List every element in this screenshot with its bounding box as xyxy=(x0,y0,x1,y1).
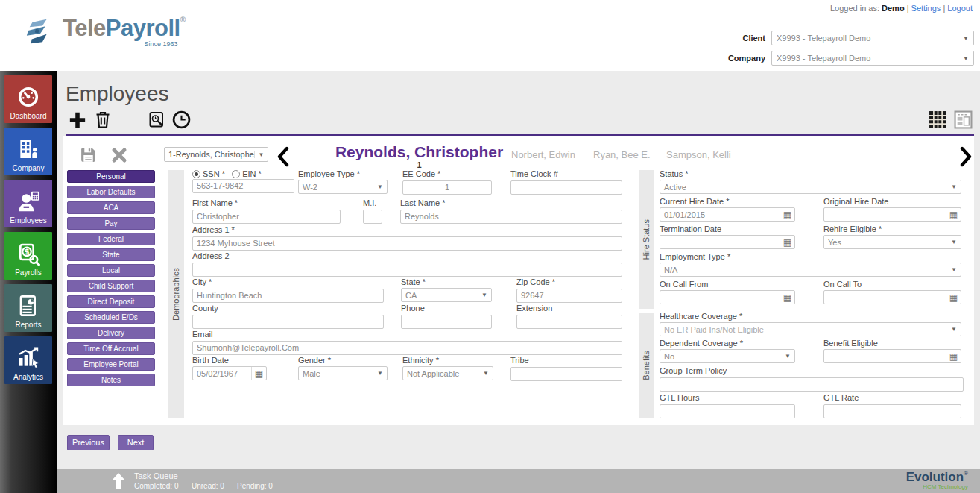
zip-code-field: Zip Code * xyxy=(516,277,622,303)
calendar-icon[interactable]: ▦ xyxy=(251,367,266,380)
tab-personal[interactable]: Personal xyxy=(67,170,155,183)
history-clock-button[interactable] xyxy=(172,110,191,132)
next-button[interactable]: Next xyxy=(118,435,154,450)
cancel-button[interactable] xyxy=(111,147,127,166)
employment-type-select[interactable]: N/A▼ xyxy=(660,263,961,277)
calendar-icon[interactable]: ▦ xyxy=(780,236,794,248)
save-button[interactable] xyxy=(79,145,98,167)
benefit-eligible-field: Benefit Eligible ▦ xyxy=(823,339,961,363)
phone-input[interactable] xyxy=(401,315,492,329)
tab-direct-deposit[interactable]: Direct Deposit xyxy=(67,295,155,308)
tab-delivery[interactable]: Delivery xyxy=(67,327,155,339)
zip-code-input[interactable] xyxy=(516,289,622,303)
task-queue-title[interactable]: Task Queue xyxy=(134,471,178,480)
ee-code-input[interactable] xyxy=(402,180,492,195)
state-select[interactable]: CA▼ xyxy=(401,288,492,302)
task-queue-expand-arrow[interactable] xyxy=(110,472,127,493)
ssn-radio[interactable] xyxy=(192,170,200,178)
client-select[interactable]: X9993 - Telepayroll Demo ▼ xyxy=(771,31,974,45)
field-label: Ethnicity * xyxy=(402,356,493,365)
gtl-rate-input[interactable] xyxy=(823,404,961,418)
separator: | xyxy=(907,4,909,13)
employee-record-select[interactable]: 1-Reynolds, Christopher ▼ xyxy=(164,147,268,162)
birth-date-input[interactable] xyxy=(193,367,251,380)
dependent-coverage-select[interactable]: No▼ xyxy=(660,349,795,363)
calendar-icon[interactable]: ▦ xyxy=(946,350,961,362)
chevron-down-icon: ▼ xyxy=(481,292,487,298)
sidebar-item-employees[interactable]: Employees xyxy=(4,180,52,227)
next-employee-chevron[interactable] xyxy=(960,146,973,170)
tab-federal[interactable]: Federal xyxy=(67,233,155,245)
original-hire-date-input[interactable] xyxy=(824,208,946,221)
add-employee-button[interactable] xyxy=(69,111,86,132)
county-input[interactable] xyxy=(192,315,384,329)
last-name-input[interactable] xyxy=(400,210,622,224)
extension-input[interactable] xyxy=(516,315,622,329)
current-hire-date-input[interactable] xyxy=(660,208,780,221)
on-call-to-input[interactable] xyxy=(824,291,946,304)
calendar-icon[interactable]: ▦ xyxy=(780,291,794,304)
email-input[interactable] xyxy=(192,341,622,355)
tab-pay[interactable]: Pay xyxy=(67,217,155,230)
field-label: On Call From xyxy=(660,280,795,289)
tab-notes[interactable]: Notes xyxy=(67,374,155,386)
employee-name-link[interactable]: Norbert, Edwin xyxy=(511,149,575,160)
report-icon xyxy=(16,294,40,321)
address2-input[interactable] xyxy=(192,263,622,277)
current-employee-number: 1 xyxy=(328,160,510,169)
sidebar-item-analytics[interactable]: Analytics xyxy=(4,336,52,384)
sidebar-item-dashboard[interactable]: Dashboard xyxy=(4,75,52,123)
employee-name-link[interactable]: Sampson, Kelli xyxy=(666,149,731,160)
tab-state[interactable]: State xyxy=(67,248,155,261)
sidebar-item-label: Company xyxy=(13,164,45,172)
status-select[interactable]: Active▼ xyxy=(660,180,961,194)
sidebar-item-company[interactable]: Company xyxy=(4,128,52,175)
tab-employee-portal[interactable]: Employee Portal xyxy=(67,358,155,371)
sidebar-item-reports[interactable]: Reports xyxy=(4,284,52,332)
address1-input[interactable] xyxy=(192,236,622,251)
tab-aca[interactable]: ACA xyxy=(67,201,155,214)
page-title: Employees xyxy=(66,82,169,106)
gender-select[interactable]: Male▼ xyxy=(298,366,388,380)
tribe-input[interactable] xyxy=(510,367,622,381)
grid-view-button[interactable] xyxy=(929,110,947,132)
tab-child-support[interactable]: Child Support xyxy=(67,280,155,292)
tab-labor-defaults[interactable]: Labor Defaults xyxy=(67,186,155,198)
logout-link[interactable]: Logout xyxy=(947,4,973,13)
city-input[interactable] xyxy=(192,289,384,303)
termination-date-input[interactable] xyxy=(660,236,780,248)
sidebar-item-payrolls[interactable]: $ Payrolls xyxy=(4,232,52,280)
employee-type-select[interactable]: W-2▼ xyxy=(298,180,388,194)
tab-scheduled-eds[interactable]: Scheduled E/Ds xyxy=(67,311,155,324)
healthcare-coverage-select[interactable]: No ER Paid Ins/Not Eligible▼ xyxy=(660,322,961,336)
tab-local[interactable]: Local xyxy=(67,264,155,277)
company-select[interactable]: X9993 - Telepayroll Demo ▼ xyxy=(771,51,974,66)
time-clock-input[interactable] xyxy=(510,180,622,195)
ein-radio[interactable] xyxy=(232,170,240,178)
calendar-icon[interactable]: ▦ xyxy=(946,291,961,304)
field-label: Original Hire Date xyxy=(823,197,961,206)
employee-name-link[interactable]: Ryan, Bee E. xyxy=(593,149,651,160)
first-name-input[interactable] xyxy=(192,210,341,224)
rehire-eligible-select[interactable]: Yes▼ xyxy=(823,235,961,249)
middle-initial-input[interactable] xyxy=(363,210,382,224)
group-term-policy-input[interactable] xyxy=(660,377,964,392)
form-view-button[interactable] xyxy=(954,110,973,132)
settings-link[interactable]: Settings xyxy=(911,4,941,13)
preview-search-button[interactable] xyxy=(148,111,166,132)
ssn-ein-radio-group: SSN * EIN * xyxy=(192,169,262,178)
city-field: City * xyxy=(192,277,384,303)
ssn-input[interactable] xyxy=(192,179,294,193)
calendar-icon[interactable]: ▦ xyxy=(780,208,794,221)
group-term-policy-field: Group Term Policy xyxy=(660,366,964,392)
gtl-hours-input[interactable] xyxy=(660,404,795,418)
address2-field: Address 2 xyxy=(192,251,622,277)
previous-button[interactable]: Previous xyxy=(67,435,110,450)
ethnicity-select[interactable]: Not Applicable▼ xyxy=(402,366,493,380)
calendar-icon[interactable]: ▦ xyxy=(946,208,961,221)
tab-time-off-accrual[interactable]: Time Off Accrual xyxy=(67,342,155,355)
benefit-eligible-input[interactable] xyxy=(824,350,946,362)
previous-employee-chevron[interactable] xyxy=(276,146,289,170)
delete-employee-button[interactable] xyxy=(95,110,111,132)
on-call-from-input[interactable] xyxy=(660,291,780,304)
